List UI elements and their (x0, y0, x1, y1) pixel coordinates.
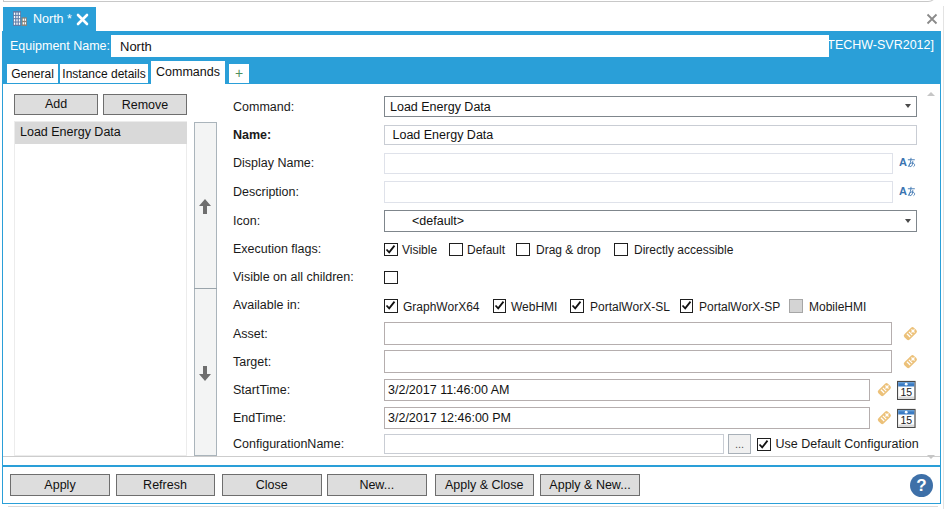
svg-text:15: 15 (900, 414, 912, 426)
svg-text:15: 15 (900, 386, 912, 398)
